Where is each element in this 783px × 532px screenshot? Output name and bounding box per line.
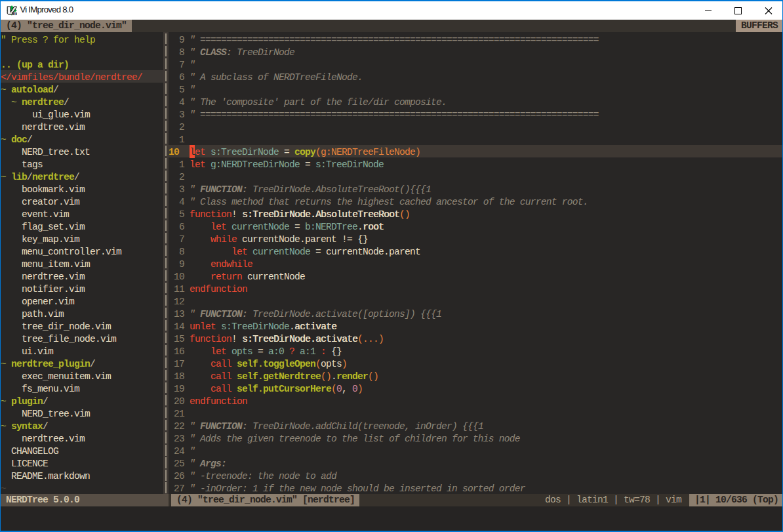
svg-text:im: im	[12, 10, 17, 16]
